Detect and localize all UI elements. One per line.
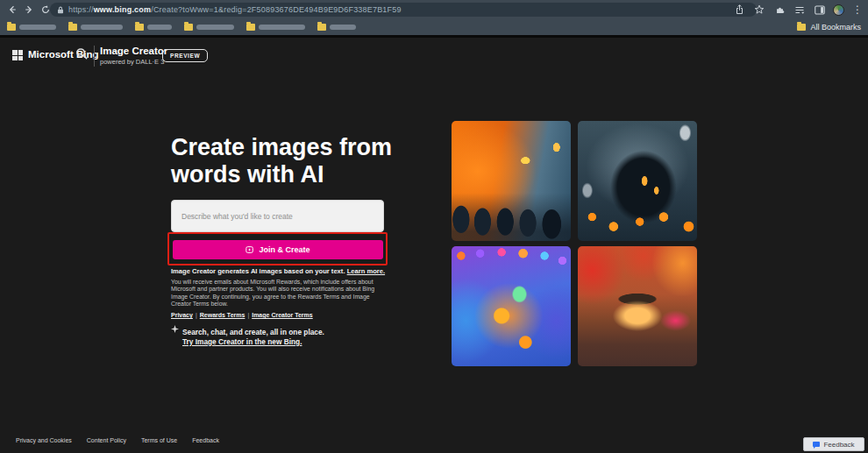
- all-bookmarks-label: All Bookmarks: [810, 23, 861, 32]
- privacy-link[interactable]: Privacy: [171, 312, 193, 318]
- browser-toolbar: https://www.bing.com/Create?toWww=1&redi…: [0, 0, 868, 19]
- folder-icon: [68, 24, 77, 31]
- try-new-bing-link[interactable]: Try Image Creator in the new Bing.: [182, 337, 302, 346]
- feedback-bubble-icon: [813, 442, 820, 447]
- folder-icon: [246, 24, 255, 31]
- page: https://www.bing.com/Create?toWww=1&redi…: [0, 0, 868, 453]
- address-bar[interactable]: https://www.bing.com/Create?toWww=1&redi…: [50, 3, 757, 17]
- folder-icon: [317, 24, 326, 31]
- share-icon[interactable]: [732, 3, 746, 17]
- join-create-button[interactable]: Join & Create: [173, 240, 383, 259]
- side-panel-icon[interactable]: [813, 3, 827, 17]
- bookmarks-bar: All Bookmarks: [0, 19, 868, 35]
- rewards-terms-link[interactable]: Rewards Terms: [200, 312, 245, 318]
- folder-icon: [184, 24, 193, 31]
- create-sparkle-icon: [245, 245, 254, 254]
- profile-avatar[interactable]: [833, 4, 844, 16]
- gallery-image-autumn-cabin: [578, 246, 697, 366]
- bookmark-item[interactable]: [7, 24, 56, 31]
- folder-icon: [7, 24, 16, 31]
- gallery-image-haunted-house: [578, 121, 697, 241]
- preview-badge: PREVIEW: [162, 49, 208, 62]
- back-icon[interactable]: [4, 2, 20, 18]
- folder-icon: [797, 24, 806, 31]
- lock-icon: [57, 6, 64, 14]
- gallery-image-trick-or-treaters: [452, 121, 571, 241]
- bookmark-item[interactable]: [135, 24, 172, 31]
- microsoft-logo-icon[interactable]: [12, 50, 23, 60]
- folder-icon: [135, 24, 144, 31]
- bookmark-item[interactable]: [317, 24, 356, 31]
- image-creator-terms-link[interactable]: Image Creator Terms: [252, 312, 313, 318]
- forward-icon[interactable]: [21, 2, 37, 18]
- legal-links: Privacy|Rewards Terms|Image Creator Term…: [171, 312, 313, 318]
- bookmark-item[interactable]: [246, 24, 305, 31]
- footer-terms-link[interactable]: Terms of Use: [141, 437, 177, 443]
- app-title: Image Creator: [100, 46, 167, 56]
- sparkle-icon: [171, 325, 179, 333]
- learn-more-link[interactable]: Learn more.: [347, 267, 385, 275]
- url-text: https://www.bing.com/Create?toWww=1&redi…: [68, 5, 402, 14]
- header-divider: [94, 46, 95, 67]
- app-subtitle: powered by DALL·E 3: [100, 58, 164, 66]
- footer-feedback-link[interactable]: Feedback: [192, 437, 219, 443]
- prompt-input[interactable]: [171, 200, 384, 232]
- description-text: Image Creator generates AI images based …: [171, 267, 386, 275]
- footer-privacy-link[interactable]: Privacy and Cookies: [16, 437, 72, 443]
- feedback-button[interactable]: Feedback: [803, 437, 864, 451]
- extensions-icon[interactable]: [772, 3, 786, 17]
- gallery-image-glowing-candy-bowl: [452, 246, 571, 366]
- bookmark-star-icon[interactable]: [752, 3, 766, 17]
- feedback-button-label: Feedback: [823, 441, 854, 449]
- browser-menu-icon[interactable]: ⋮: [850, 3, 864, 17]
- promo-text: Search, chat, and create, all in one pla…: [182, 328, 324, 336]
- join-create-label: Join & Create: [259, 245, 309, 254]
- footer-links: Privacy and Cookies Content Policy Terms…: [16, 437, 219, 443]
- chrome-divider: [0, 35, 868, 38]
- reading-list-icon[interactable]: [793, 3, 807, 17]
- promo-block: Search, chat, and create, all in one pla…: [171, 327, 390, 347]
- footer-content-policy-link[interactable]: Content Policy: [87, 437, 126, 443]
- page-title: Create images from words with AI: [171, 134, 399, 188]
- search-icon[interactable]: [75, 47, 89, 60]
- bookmark-item[interactable]: [184, 24, 234, 31]
- bookmark-item[interactable]: [68, 24, 123, 31]
- all-bookmarks-button[interactable]: All Bookmarks: [797, 23, 861, 32]
- rewards-disclaimer: You will receive emails about Microsoft …: [171, 279, 381, 308]
